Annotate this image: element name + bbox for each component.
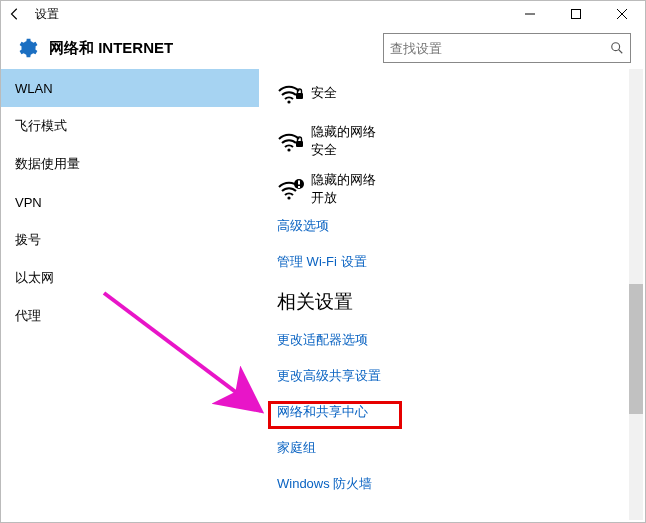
search-box[interactable] bbox=[383, 33, 631, 63]
back-button[interactable] bbox=[1, 1, 29, 27]
svg-point-10 bbox=[287, 196, 290, 199]
network-label: 隐藏的网络 安全 bbox=[311, 123, 376, 159]
sidebar-item-label: VPN bbox=[15, 195, 42, 210]
page-title: 网络和 INTERNET bbox=[49, 39, 173, 58]
minimize-button[interactable] bbox=[507, 1, 553, 27]
sidebar: WLAN 飞行模式 数据使用量 VPN 拨号 以太网 代理 bbox=[1, 69, 259, 522]
titlebar: 设置 bbox=[1, 1, 645, 27]
sidebar-item-proxy[interactable]: 代理 bbox=[1, 297, 259, 335]
network-label: 隐藏的网络 开放 bbox=[311, 171, 376, 207]
search-icon bbox=[610, 41, 624, 55]
header: 网络和 INTERNET bbox=[1, 27, 645, 69]
sidebar-item-label: 代理 bbox=[15, 307, 41, 325]
sidebar-item-dialup[interactable]: 拨号 bbox=[1, 221, 259, 259]
body: WLAN 飞行模式 数据使用量 VPN 拨号 以太网 代理 安全 bbox=[1, 69, 645, 522]
svg-point-6 bbox=[287, 100, 290, 103]
link-advanced-options[interactable]: 高级选项 bbox=[277, 217, 645, 235]
svg-rect-1 bbox=[572, 10, 581, 19]
sidebar-item-label: 数据使用量 bbox=[15, 155, 80, 173]
sidebar-item-label: 飞行模式 bbox=[15, 117, 67, 135]
network-item[interactable]: 隐藏的网络 安全 bbox=[277, 121, 645, 161]
maximize-button[interactable] bbox=[553, 1, 599, 27]
sidebar-item-data-usage[interactable]: 数据使用量 bbox=[1, 145, 259, 183]
svg-rect-9 bbox=[296, 141, 303, 147]
sidebar-item-ethernet[interactable]: 以太网 bbox=[1, 259, 259, 297]
link-manage-wifi[interactable]: 管理 Wi-Fi 设置 bbox=[277, 253, 645, 271]
annotation-highlight-box bbox=[268, 401, 402, 429]
network-item[interactable]: 隐藏的网络 开放 bbox=[277, 169, 645, 209]
sidebar-item-vpn[interactable]: VPN bbox=[1, 183, 259, 221]
sidebar-item-label: 拨号 bbox=[15, 231, 41, 249]
link-adapter-options[interactable]: 更改适配器选项 bbox=[277, 331, 645, 349]
settings-window: 设置 网络和 INTERNET WLAN 飞行模式 数据使用量 VPN 拨号 以… bbox=[0, 0, 646, 523]
link-homegroup[interactable]: 家庭组 bbox=[277, 439, 645, 457]
svg-rect-12 bbox=[298, 181, 300, 185]
svg-rect-13 bbox=[298, 186, 300, 188]
gear-icon bbox=[15, 36, 39, 60]
svg-point-4 bbox=[612, 43, 620, 51]
section-title-related: 相关设置 bbox=[277, 289, 645, 315]
wifi-secure-icon bbox=[277, 129, 311, 153]
sidebar-item-wlan[interactable]: WLAN bbox=[1, 69, 259, 107]
svg-line-5 bbox=[619, 50, 623, 54]
content: 安全 隐藏的网络 安全 隐藏的网络 开放 bbox=[259, 69, 645, 522]
sidebar-item-label: WLAN bbox=[15, 81, 53, 96]
wifi-secure-icon bbox=[277, 81, 311, 105]
sidebar-item-airplane[interactable]: 飞行模式 bbox=[1, 107, 259, 145]
svg-rect-7 bbox=[296, 93, 303, 99]
scrollbar-thumb[interactable] bbox=[629, 284, 643, 414]
window-title: 设置 bbox=[29, 6, 59, 23]
link-windows-firewall[interactable]: Windows 防火墙 bbox=[277, 475, 645, 493]
search-input[interactable] bbox=[390, 41, 610, 56]
wifi-open-warning-icon bbox=[277, 177, 311, 201]
network-item[interactable]: 安全 bbox=[277, 73, 645, 113]
close-button[interactable] bbox=[599, 1, 645, 27]
link-advanced-sharing[interactable]: 更改高级共享设置 bbox=[277, 367, 645, 385]
sidebar-item-label: 以太网 bbox=[15, 269, 54, 287]
network-label: 安全 bbox=[311, 84, 337, 102]
window-controls bbox=[507, 1, 645, 27]
svg-point-8 bbox=[287, 148, 290, 151]
